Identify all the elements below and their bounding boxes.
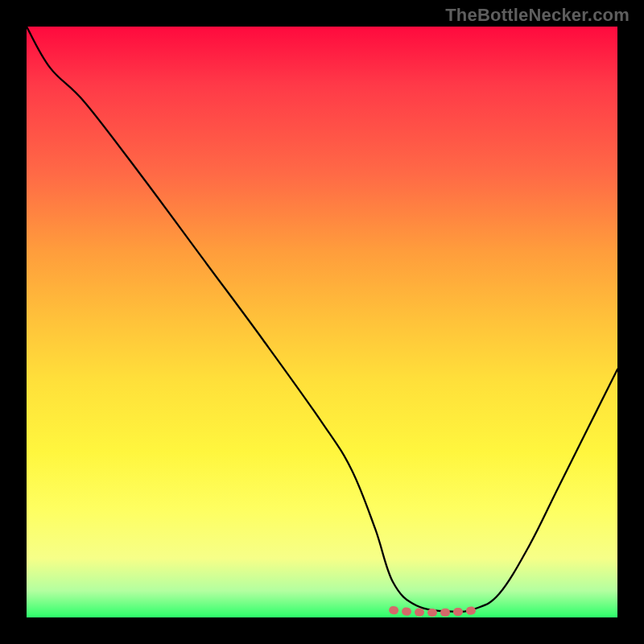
chart-svg: [27, 27, 617, 617]
bottleneck-chart: TheBottleNecker.com: [0, 0, 644, 644]
watermark-text: TheBottleNecker.com: [445, 5, 630, 26]
bottleneck-curve-line: [27, 27, 617, 612]
